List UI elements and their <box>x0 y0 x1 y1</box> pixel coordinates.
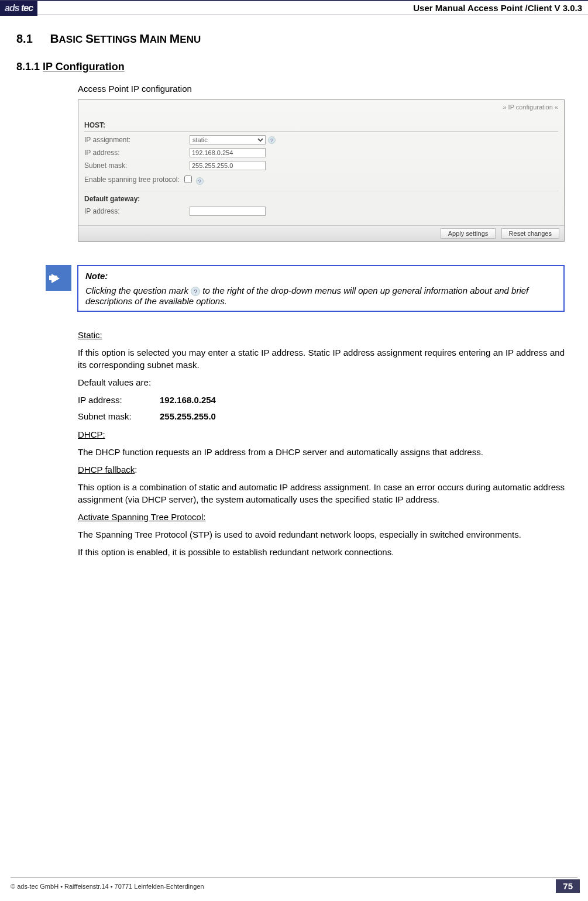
gateway-ip-input[interactable] <box>190 207 266 216</box>
row-ip-address: IP address: <box>84 148 558 157</box>
ip-address-input[interactable] <box>190 148 266 157</box>
section-number: 8.1 <box>16 32 33 46</box>
fallback-heading: DHCP fallback <box>78 465 135 474</box>
row-ip-assignment: IP assignment: static ? <box>84 135 558 145</box>
ip-assignment-select[interactable]: static <box>190 135 266 145</box>
note-box: Note: Clicking the question mark ? to th… <box>77 265 565 312</box>
row-gateway-ip: IP address: <box>84 207 558 216</box>
logo: ads tec <box>0 1 37 16</box>
page-footer: © ads-tec GmbH • Raiffeisenstr.14 • 7077… <box>0 879 588 893</box>
help-icon: ? <box>191 287 200 296</box>
note-body: Clicking the question mark ? to the righ… <box>85 286 528 306</box>
header-title: User Manual Access Point /Client V 3.0.3 <box>37 3 582 13</box>
subnet-mask-label: Subnet mask: <box>84 161 190 170</box>
stp-heading: Activate Spanning Tree Protocol: <box>78 512 205 522</box>
page-header: ads tec User Manual Access Point /Client… <box>0 0 588 15</box>
stp-paragraph: The Spanning Tree Protocol (STP) is used… <box>78 529 565 541</box>
subsection-title: IP Configuration <box>43 61 125 73</box>
apply-button[interactable]: Apply settings <box>441 228 496 239</box>
host-label: HOST: <box>84 121 558 132</box>
row-subnet-mask: Subnet mask: <box>84 161 558 170</box>
stp-paragraph-2: If this option is enabled, it is possibl… <box>78 546 565 558</box>
default-ip-label: IP address: <box>78 394 160 406</box>
help-icon[interactable]: ? <box>268 136 276 144</box>
button-bar: Apply settings Reset changes <box>78 225 564 241</box>
ip-assignment-label: IP assignment: <box>84 136 190 144</box>
config-screenshot: » IP configuration « HOST: IP assignment… <box>78 99 565 242</box>
default-sm-value: 255.255.255.0 <box>160 411 216 422</box>
fallback-paragraph: This option is a combination of static a… <box>78 482 565 505</box>
reset-button[interactable]: Reset changes <box>501 228 559 239</box>
gateway-label: Default gateway: <box>84 195 558 203</box>
divider <box>84 191 558 191</box>
stp-label: Enable spanning tree protocol: <box>84 176 180 184</box>
static-paragraph: If this option is selected you may enter… <box>78 347 565 371</box>
dhcp-heading: DHCP: <box>78 429 105 439</box>
breadcrumb: » IP configuration « <box>84 104 558 111</box>
ip-address-label: IP address: <box>84 149 190 157</box>
arrow-icon <box>46 265 71 291</box>
subnet-mask-input[interactable] <box>190 161 266 170</box>
footer-text: © ads-tec GmbH • Raiffeisenstr.14 • 7077… <box>0 883 556 890</box>
dhcp-paragraph: The DHCP function requests an IP address… <box>78 446 565 458</box>
page-number: 75 <box>556 879 580 893</box>
note-title: Note: <box>85 271 556 281</box>
static-heading: Static: <box>78 330 102 340</box>
note-body-prefix: Clicking the question mark <box>85 286 191 295</box>
default-ip-value: 192.168.0.254 <box>160 394 216 406</box>
help-icon[interactable]: ? <box>196 177 204 185</box>
section-heading: 8.1 BASIC SETTINGS MAIN MENU <box>16 32 565 46</box>
subsection-heading: 8.1.1 IP Configuration <box>16 61 565 73</box>
body-text: Static: If this option is selected you m… <box>78 329 565 559</box>
subsection-number: 8.1.1 <box>16 61 40 73</box>
gateway-ip-label: IP address: <box>84 207 190 215</box>
defaults-heading: Default values are: <box>78 377 565 388</box>
intro-text: Access Point IP configuration <box>78 84 565 94</box>
row-stp: Enable spanning tree protocol: ? <box>84 174 558 185</box>
default-sm-label: Subnet mask: <box>78 411 160 422</box>
stp-checkbox[interactable] <box>184 176 192 183</box>
